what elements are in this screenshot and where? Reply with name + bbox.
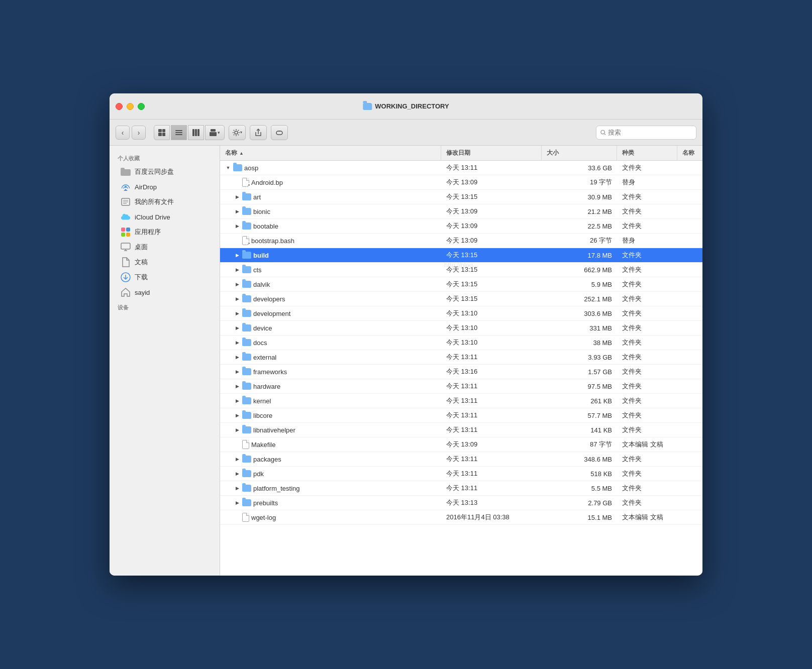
expand-arrow-icon[interactable]: ▶ xyxy=(234,383,240,389)
column-size[interactable]: 大小 xyxy=(542,146,617,160)
file-name-text: pdk xyxy=(253,470,264,478)
file-kind-cell: 文件夹 xyxy=(617,423,677,437)
table-row[interactable]: Makefile今天 13:0987 字节文本编辑 文稿 xyxy=(220,437,702,452)
expand-arrow-icon[interactable] xyxy=(234,238,240,244)
table-row[interactable]: ▶packages今天 13:11348.6 MB文件夹 xyxy=(220,452,702,467)
table-row[interactable]: ▶build今天 13:1517.8 MB文件夹 xyxy=(220,248,702,263)
expand-arrow-icon[interactable]: ▶ xyxy=(234,354,240,360)
expand-arrow-icon[interactable]: ▶ xyxy=(234,194,240,200)
table-row[interactable]: ▶libcore今天 13:1157.7 MB文件夹 xyxy=(220,408,702,423)
table-row[interactable]: ↗Android.bp今天 13:0919 字节替身 xyxy=(220,175,702,190)
expand-arrow-icon[interactable]: ▶ xyxy=(234,252,240,258)
sidebar-item-allfiles[interactable]: 我的所有文件 xyxy=(113,194,217,209)
expand-arrow-icon[interactable] xyxy=(234,179,240,185)
expand-arrow-icon[interactable]: ▶ xyxy=(234,500,240,506)
table-row[interactable]: ▶developers今天 13:15252.1 MB文件夹 xyxy=(220,292,702,306)
file-name-cell: ▶development xyxy=(220,306,441,320)
table-row[interactable]: ▶cts今天 13:15662.9 MB文件夹 xyxy=(220,263,702,277)
table-row[interactable]: ▶docs今天 13:1038 MB文件夹 xyxy=(220,336,702,350)
folder-icon xyxy=(242,339,251,346)
file-size-cell: 97.5 MB xyxy=(542,379,617,393)
table-row[interactable]: ▶platform_testing今天 13:115.5 MB文件夹 xyxy=(220,481,702,496)
expand-arrow-icon[interactable]: ▶ xyxy=(234,412,240,418)
sidebar-item-desktop[interactable]: 桌面 xyxy=(113,240,217,255)
table-row[interactable]: ▶art今天 13:1530.9 MB文件夹 xyxy=(220,190,702,204)
table-row[interactable]: ▼aosp今天 13:1133.6 GB文件夹 xyxy=(220,161,702,175)
table-row[interactable]: wget-log2016年11月4日 03:3815.1 MB文本编辑 文稿 xyxy=(220,510,702,525)
expand-arrow-icon[interactable]: ▼ xyxy=(225,165,231,171)
minimize-button[interactable] xyxy=(127,103,134,110)
expand-arrow-icon[interactable]: ▶ xyxy=(234,340,240,346)
folder-icon xyxy=(121,167,131,177)
list-view-button[interactable] xyxy=(171,125,187,140)
expand-arrow-icon[interactable]: ▶ xyxy=(234,369,240,375)
expand-arrow-icon[interactable]: ▶ xyxy=(234,485,240,491)
folder-icon xyxy=(242,354,251,361)
file-name-text: platform_testing xyxy=(253,485,300,492)
sidebar-item-icloud[interactable]: iCloud Drive xyxy=(113,209,217,225)
close-button[interactable] xyxy=(116,103,123,110)
sidebar-item-sayid[interactable]: sayid xyxy=(113,285,217,300)
folder-icon xyxy=(242,383,251,390)
sidebar-item-downloads[interactable]: 下载 xyxy=(113,270,217,285)
expand-arrow-icon[interactable]: ▶ xyxy=(234,325,240,331)
action-button[interactable]: ▾ xyxy=(229,125,246,140)
expand-arrow-icon[interactable]: ▶ xyxy=(234,427,240,433)
search-input[interactable] xyxy=(608,129,692,136)
file-modified-cell: 今天 13:10 xyxy=(441,336,542,350)
expand-arrow-icon[interactable]: ▶ xyxy=(234,267,240,273)
svg-point-5 xyxy=(235,131,238,134)
sidebar-item-airdrop[interactable]: AirDrop xyxy=(113,179,217,194)
column-modified[interactable]: 修改日期 xyxy=(441,146,542,160)
file-extra-cell xyxy=(677,292,702,306)
expand-arrow-icon[interactable]: ▶ xyxy=(234,310,240,316)
file-icon: ↗ xyxy=(242,178,249,187)
search-box[interactable] xyxy=(596,126,696,140)
table-row[interactable]: ▶dalvik今天 13:155.9 MB文件夹 xyxy=(220,277,702,292)
expand-arrow-icon[interactable]: ▶ xyxy=(234,208,240,214)
maximize-button[interactable] xyxy=(138,103,145,110)
column-kind[interactable]: 种类 xyxy=(617,146,677,160)
file-name-cell: ▶frameworks xyxy=(220,365,441,379)
file-name-text: build xyxy=(253,252,269,259)
table-row[interactable]: ▶development今天 13:10303.6 MB文件夹 xyxy=(220,306,702,321)
icon-view-button[interactable] xyxy=(154,125,170,140)
tag-button[interactable] xyxy=(271,125,288,140)
expand-arrow-icon[interactable]: ▶ xyxy=(234,223,240,229)
file-modified-cell: 今天 13:11 xyxy=(441,452,542,466)
expand-arrow-icon[interactable]: ▶ xyxy=(234,398,240,404)
column-view-button[interactable] xyxy=(188,125,204,140)
table-row[interactable]: ▶bootable今天 13:0922.5 MB文件夹 xyxy=(220,219,702,234)
expand-arrow-icon[interactable] xyxy=(234,514,240,520)
cover-flow-button[interactable]: ▾ xyxy=(205,125,225,140)
table-row[interactable]: ▶pdk今天 13:11518 KB文件夹 xyxy=(220,467,702,481)
table-row[interactable]: ▶kernel今天 13:11261 KB文件夹 xyxy=(220,394,702,408)
expand-arrow-icon[interactable] xyxy=(234,441,240,448)
forward-button[interactable]: › xyxy=(132,126,146,140)
folder-icon xyxy=(242,456,251,463)
sidebar-item-docs[interactable]: 文稿 xyxy=(113,255,217,270)
file-extra-cell xyxy=(677,496,702,510)
file-name-cell: ▶art xyxy=(220,190,441,204)
table-row[interactable]: ▶device今天 13:10331 MB文件夹 xyxy=(220,321,702,336)
table-row[interactable]: ▶hardware今天 13:1197.5 MB文件夹 xyxy=(220,379,702,394)
back-button[interactable]: ‹ xyxy=(116,126,130,140)
file-name-cell: ▶dalvik xyxy=(220,277,441,291)
sidebar-item-baidu[interactable]: 百度云同步盘 xyxy=(113,164,217,179)
expand-arrow-icon[interactable]: ▶ xyxy=(234,296,240,302)
share-button[interactable] xyxy=(250,125,267,140)
expand-arrow-icon[interactable]: ▶ xyxy=(234,471,240,477)
expand-arrow-icon[interactable]: ▶ xyxy=(234,281,240,287)
file-kind-cell: 文件夹 xyxy=(617,263,677,277)
table-row[interactable]: ▶prebuilts今天 13:132.79 GB文件夹 xyxy=(220,496,702,510)
table-row[interactable]: ↗bootstrap.bash今天 13:0926 字节替身 xyxy=(220,234,702,248)
sidebar-item-apps[interactable]: 应用程序 xyxy=(113,225,217,240)
column-name[interactable]: 名称 ▲ xyxy=(220,146,441,160)
table-row[interactable]: ▶libnativehelper今天 13:11141 KB文件夹 xyxy=(220,423,702,437)
file-extra-cell xyxy=(677,467,702,481)
tag-icon xyxy=(275,129,283,137)
table-row[interactable]: ▶frameworks今天 13:161.57 GB文件夹 xyxy=(220,365,702,379)
expand-arrow-icon[interactable]: ▶ xyxy=(234,456,240,462)
table-row[interactable]: ▶bionic今天 13:0921.2 MB文件夹 xyxy=(220,204,702,219)
table-row[interactable]: ▶external今天 13:113.93 GB文件夹 xyxy=(220,350,702,365)
